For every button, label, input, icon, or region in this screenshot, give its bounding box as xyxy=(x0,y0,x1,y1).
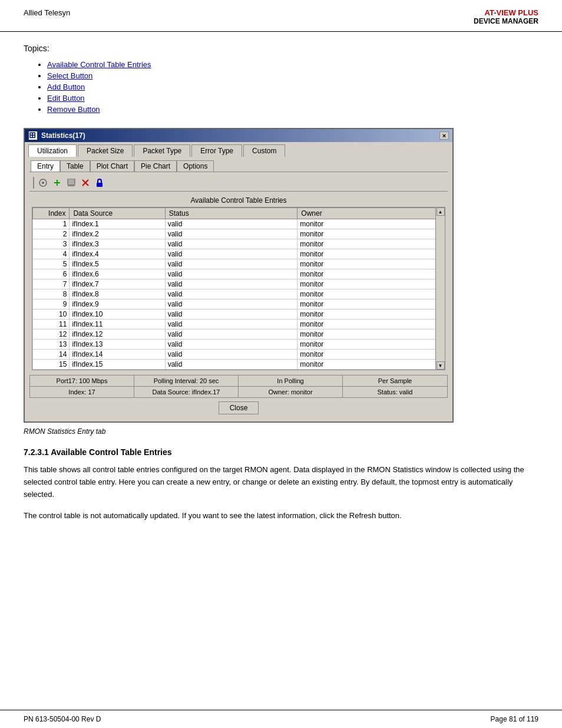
cell-owner: monitor xyxy=(297,239,445,249)
table-row[interactable]: 4 ifIndex.4 valid monitor xyxy=(33,249,445,259)
cell-owner: monitor xyxy=(297,330,445,340)
status-status: Status: valid xyxy=(343,387,447,397)
cell-index: 12 xyxy=(33,330,70,340)
tab-error-type[interactable]: Error Type xyxy=(191,144,242,157)
svg-rect-10 xyxy=(97,183,103,187)
refresh-button[interactable] xyxy=(37,176,49,189)
tab-custom[interactable]: Custom xyxy=(243,144,285,157)
status-port: Port17: 100 Mbps xyxy=(30,375,134,386)
cell-status: valid xyxy=(165,299,297,309)
table-row[interactable]: 10 ifIndex.10 valid monitor xyxy=(33,309,445,319)
link-available-control[interactable]: Available Control Table Entries xyxy=(47,60,151,69)
table-row[interactable]: 5 ifIndex.5 valid monitor xyxy=(33,259,445,269)
col-header-owner: Owner xyxy=(297,208,445,219)
list-item: Available Control Table Entries xyxy=(47,60,538,69)
tab-entry[interactable]: Entry xyxy=(31,160,60,172)
footer-page: Page 81 of 119 xyxy=(491,715,538,723)
cell-owner: monitor xyxy=(297,340,445,350)
edit-button[interactable] xyxy=(65,176,78,189)
tab-utilization[interactable]: Utilization xyxy=(28,144,77,157)
svg-rect-3 xyxy=(57,180,58,186)
table-title: Available Control Table Entries xyxy=(32,196,445,205)
cell-index: 2 xyxy=(33,229,70,239)
cell-owner: monitor xyxy=(297,299,445,309)
body-paragraph-1: This table shows all control table entri… xyxy=(24,464,538,500)
window-close-button[interactable]: × xyxy=(439,131,449,140)
toolbar xyxy=(29,174,448,192)
link-select-button[interactable]: Select Button xyxy=(47,71,92,80)
table-row[interactable]: 3 ifIndex.3 valid monitor xyxy=(33,239,445,249)
header-company: Allied Telesyn xyxy=(24,8,70,17)
cell-index: 9 xyxy=(33,299,70,309)
tab-pie-chart[interactable]: Pie Chart xyxy=(134,160,177,172)
table-section: Available Control Table Entries Index Da… xyxy=(29,194,448,373)
cell-status: valid xyxy=(165,239,297,249)
cell-owner: monitor xyxy=(297,360,445,370)
cell-datasource: ifIndex.3 xyxy=(70,239,165,249)
delete-button[interactable] xyxy=(79,176,92,189)
table-wrapper: Index Data Source Status Owner 1 ifIndex… xyxy=(32,207,445,370)
cell-datasource: ifIndex.12 xyxy=(70,330,165,340)
cell-index: 8 xyxy=(33,289,70,299)
table-row[interactable]: 15 ifIndex.15 valid monitor xyxy=(33,360,445,370)
cell-datasource: ifIndex.5 xyxy=(70,259,165,269)
link-edit-button[interactable]: Edit Button xyxy=(47,94,85,103)
app-name: AT-VIEW PLUS xyxy=(474,8,538,17)
close-btn-row: Close xyxy=(29,398,448,418)
link-add-button[interactable]: Add Button xyxy=(47,83,85,91)
table-row[interactable]: 2 ifIndex.2 valid monitor xyxy=(33,229,445,239)
window-titlebar: Statistics(17) × xyxy=(25,129,452,142)
cell-status: valid xyxy=(165,350,297,360)
section-heading: 7.2.3.1 Available Control Table Entries xyxy=(24,447,538,457)
scroll-down[interactable]: ▼ xyxy=(437,361,445,370)
titlebar-left: Statistics(17) xyxy=(28,131,85,140)
col-header-index: Index xyxy=(33,208,70,219)
app-sub: DEVICE MANAGER xyxy=(474,17,538,25)
status-polling-interval: Polling Interval: 20 sec xyxy=(134,375,239,386)
scroll-up[interactable]: ▲ xyxy=(437,207,445,216)
link-remove-button[interactable]: Remove Button xyxy=(47,105,100,114)
tab-packet-size[interactable]: Packet Size xyxy=(78,144,133,157)
cell-datasource: ifIndex.14 xyxy=(70,350,165,360)
list-item: Remove Button xyxy=(47,105,538,114)
window-icon xyxy=(28,131,38,140)
table-row[interactable]: 7 ifIndex.7 valid monitor xyxy=(33,279,445,289)
status-per-sample: Per Sample xyxy=(343,375,447,386)
cell-datasource: ifIndex.8 xyxy=(70,289,165,299)
cell-status: valid xyxy=(165,340,297,350)
svg-rect-4 xyxy=(68,179,75,185)
list-item: Select Button xyxy=(47,71,538,80)
lock-button[interactable] xyxy=(93,176,106,189)
cell-index: 14 xyxy=(33,350,70,360)
topics-label: Topics: xyxy=(24,44,538,53)
table-row[interactable]: 14 ifIndex.14 valid monitor xyxy=(33,350,445,360)
status-owner: Owner: monitor xyxy=(239,387,343,397)
tab-options[interactable]: Options xyxy=(177,160,214,172)
cell-index: 6 xyxy=(33,269,70,279)
cell-owner: monitor xyxy=(297,249,445,259)
cell-index: 10 xyxy=(33,309,70,319)
table-row[interactable]: 1 ifIndex.1 valid monitor xyxy=(33,219,445,229)
topics-list: Available Control Table Entries Select B… xyxy=(24,60,538,114)
control-table: Index Data Source Status Owner 1 ifIndex… xyxy=(32,207,445,370)
cell-status: valid xyxy=(165,330,297,340)
table-row[interactable]: 12 ifIndex.12 valid monitor xyxy=(33,330,445,340)
table-row[interactable]: 8 ifIndex.8 valid monitor xyxy=(33,289,445,299)
tab-plot-chart[interactable]: Plot Chart xyxy=(90,160,134,172)
cell-index: 13 xyxy=(33,340,70,350)
table-row[interactable]: 6 ifIndex.6 valid monitor xyxy=(33,269,445,279)
list-item: Add Button xyxy=(47,83,538,91)
scrollbar[interactable]: ▲ ▼ xyxy=(435,207,445,370)
cell-status: valid xyxy=(165,259,297,269)
cell-datasource: ifIndex.7 xyxy=(70,279,165,289)
table-row[interactable]: 9 ifIndex.9 valid monitor xyxy=(33,299,445,309)
col-header-datasource: Data Source xyxy=(70,208,165,219)
tab-table[interactable]: Table xyxy=(60,160,90,172)
table-row[interactable]: 13 ifIndex.13 valid monitor xyxy=(33,340,445,350)
close-button[interactable]: Close xyxy=(219,401,259,414)
tab-packet-type[interactable]: Packet Type xyxy=(134,144,190,157)
add-button[interactable] xyxy=(51,176,64,189)
table-row[interactable]: 11 ifIndex.11 valid monitor xyxy=(33,319,445,330)
cell-status: valid xyxy=(165,319,297,330)
status-bar-row2: Index: 17 Data Source: ifIndex.17 Owner:… xyxy=(29,387,448,398)
